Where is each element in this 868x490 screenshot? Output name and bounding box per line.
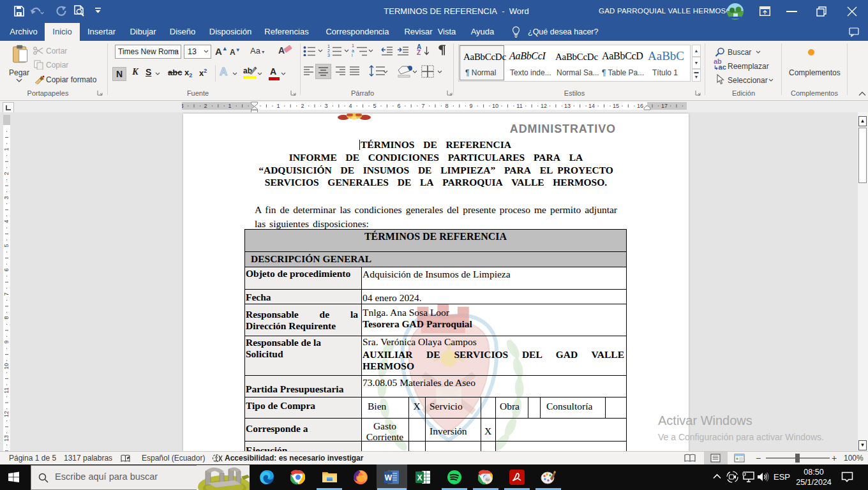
svg-text:7: 7 <box>3 292 10 295</box>
svg-text:1: 1 <box>276 103 280 109</box>
svg-text:12: 12 <box>3 411 10 417</box>
svg-text:2: 2 <box>204 103 207 109</box>
svg-text:8: 8 <box>3 316 10 319</box>
svg-text:14: 14 <box>588 103 595 109</box>
svg-text:13: 13 <box>3 435 10 442</box>
svg-text:3: 3 <box>324 103 327 109</box>
svg-text:7: 7 <box>421 103 424 109</box>
svg-text:9: 9 <box>3 340 10 343</box>
svg-text:W: W <box>385 473 393 482</box>
svg-text:3: 3 <box>182 103 184 109</box>
svg-text:5: 5 <box>373 103 376 109</box>
svg-text:16: 16 <box>637 103 643 109</box>
svg-text:2: 2 <box>301 103 304 109</box>
svg-text:13: 13 <box>564 103 571 109</box>
svg-text:17: 17 <box>661 103 668 109</box>
svg-text:10: 10 <box>3 363 10 369</box>
svg-text:4: 4 <box>348 103 352 109</box>
svg-text:9: 9 <box>469 103 472 109</box>
svg-text:2: 2 <box>3 172 10 175</box>
svg-text:12: 12 <box>541 103 547 109</box>
svg-text:1: 1 <box>3 147 10 151</box>
svg-text:11: 11 <box>3 387 10 393</box>
svg-text:10: 10 <box>492 103 498 109</box>
svg-text:6: 6 <box>397 103 400 109</box>
svg-text:X: X <box>417 473 422 482</box>
svg-text:8: 8 <box>445 103 448 109</box>
svg-text:11: 11 <box>516 103 522 109</box>
svg-text:1: 1 <box>228 103 231 109</box>
svg-text:3: 3 <box>3 196 10 199</box>
svg-text:4: 4 <box>3 219 10 223</box>
svg-text:5: 5 <box>3 244 10 247</box>
svg-text:15: 15 <box>613 103 619 109</box>
svg-text:6: 6 <box>3 268 10 271</box>
